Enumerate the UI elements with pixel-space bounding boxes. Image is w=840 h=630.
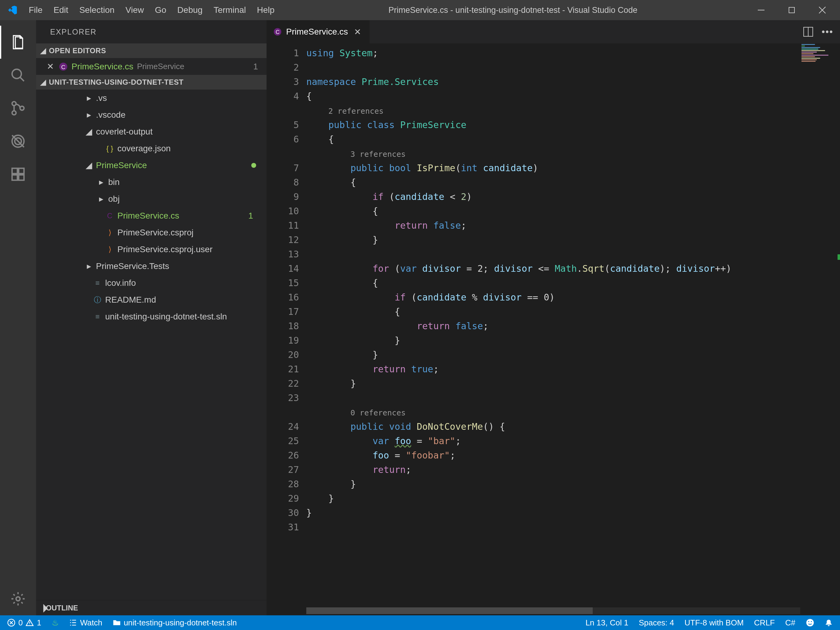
folder-PrimeService-Tests[interactable]: ▸PrimeService.Tests <box>36 258 267 275</box>
line-number: 22 <box>267 376 299 391</box>
code-text[interactable]: using System;namespace Prime.Services{ 2… <box>306 43 840 615</box>
svg-rect-10 <box>19 175 24 180</box>
file-PrimeService-cs[interactable]: CPrimeService.cs1 <box>36 207 267 224</box>
code-line: } <box>306 333 840 347</box>
activity-extensions[interactable] <box>0 158 36 191</box>
code-line: return false; <box>306 319 840 333</box>
code-line <box>306 247 840 261</box>
code-line: var foo = "bar"; <box>306 434 840 448</box>
status-eol[interactable]: CRLF <box>752 615 777 630</box>
folder--vscode[interactable]: ▸.vscode <box>36 106 267 123</box>
split-editor-icon[interactable] <box>802 25 815 38</box>
file-unit-testing-using-dotnet-test-sln[interactable]: ≡unit-testing-using-dotnet-test.sln <box>36 308 267 325</box>
svg-point-21 <box>806 619 814 627</box>
line-number: 1 <box>267 46 299 60</box>
code-line <box>306 520 840 534</box>
menu-edit[interactable]: Edit <box>48 0 74 20</box>
file-PrimeService-csproj-user[interactable]: ⟩PrimeService.csproj.user <box>36 241 267 258</box>
code-line: } <box>306 505 840 520</box>
svg-point-19 <box>830 30 833 33</box>
status-feedback[interactable] <box>804 615 816 630</box>
status-encoding[interactable]: UTF-8 with BOM <box>682 615 745 630</box>
code-line: public bool IsPrime(int candidate) <box>306 161 840 175</box>
close-button[interactable] <box>807 0 838 20</box>
folder-coverlet-output[interactable]: ◢coverlet-output <box>36 123 267 140</box>
workspace-header[interactable]: ◢ UNIT-TESTING-USING-DOTNET-TEST <box>36 75 267 90</box>
menu-selection[interactable]: Selection <box>74 0 120 20</box>
code-line: foo = "foobar"; <box>306 448 840 463</box>
xml-icon: ⟩ <box>105 228 114 237</box>
file-coverage-json[interactable]: { }coverage.json <box>36 140 267 157</box>
chevron-right-icon: ▸ <box>97 194 105 204</box>
workspace-label: UNIT-TESTING-USING-DOTNET-TEST <box>49 78 183 87</box>
menu-go[interactable]: Go <box>150 0 172 20</box>
tree-item-label: lcov.info <box>105 278 136 288</box>
chevron-right-icon: ▸ <box>85 110 93 120</box>
file-lcov-info[interactable]: ≡lcov.info <box>36 275 267 291</box>
overview-ruler[interactable] <box>834 43 840 615</box>
tab-primeservice[interactable]: C PrimeService.cs ✕ <box>267 20 370 43</box>
bell-icon <box>825 619 833 627</box>
activity-scm[interactable] <box>0 92 36 125</box>
activity-settings[interactable] <box>0 582 36 615</box>
activity-search[interactable] <box>0 59 36 92</box>
folder--vs[interactable]: ▸.vs <box>36 90 267 106</box>
line-number: 11 <box>267 218 299 233</box>
line-number: 26 <box>267 448 299 463</box>
status-solution[interactable]: unit-testing-using-dotnet-test.sln <box>111 615 239 630</box>
status-errors[interactable]: 0 1 <box>5 615 43 630</box>
tree-item-badge: 1 <box>248 211 253 221</box>
status-coverage[interactable]: ♨ <box>50 615 60 630</box>
svg-point-1 <box>12 69 21 79</box>
menu-view[interactable]: View <box>120 0 150 20</box>
menu-file[interactable]: File <box>23 0 48 20</box>
horizontal-scrollbar[interactable] <box>306 607 800 614</box>
status-notifications[interactable] <box>823 615 835 630</box>
close-icon[interactable]: ✕ <box>45 62 55 71</box>
more-actions-icon[interactable] <box>820 25 834 38</box>
line-number: 24 <box>267 419 299 434</box>
minimize-button[interactable] <box>746 0 777 20</box>
minimap[interactable] <box>800 43 834 104</box>
code-line: 0 references <box>306 405 840 419</box>
info-icon: ⓘ <box>93 295 102 305</box>
status-lncol[interactable]: Ln 13, Col 1 <box>584 615 630 630</box>
open-editors-header[interactable]: ◢ OPEN EDITORS <box>36 43 267 58</box>
folder-PrimeService[interactable]: ◢PrimeService <box>36 157 267 174</box>
window-title: PrimeService.cs - unit-testing-using-dot… <box>280 5 746 15</box>
open-editor-filename: PrimeService.cs <box>71 62 133 71</box>
maximize-button[interactable] <box>777 0 807 20</box>
tree-item-label: coverlet-output <box>96 127 153 137</box>
activity-explorer[interactable] <box>0 26 36 59</box>
tree-item-label: PrimeService <box>96 161 147 170</box>
json-icon: { } <box>105 144 114 153</box>
open-editors-label: OPEN EDITORS <box>49 46 106 55</box>
menu-debug[interactable]: Debug <box>172 0 208 20</box>
line-number: 13 <box>267 247 299 261</box>
chevron-down-icon: ◢ <box>85 126 93 137</box>
status-lang[interactable]: C# <box>783 615 797 630</box>
activity-debug[interactable] <box>0 125 36 158</box>
code-editor[interactable]: 1234567891011121314151617181920212223242… <box>267 43 840 615</box>
code-line <box>306 60 840 74</box>
menu-help[interactable]: Help <box>251 0 280 20</box>
open-editor-item[interactable]: ✕ C PrimeService.cs PrimeService 1 <box>36 58 267 75</box>
tree-item-label: bin <box>108 177 120 187</box>
scrollbar-thumb[interactable] <box>306 607 593 614</box>
outline-header[interactable]: ◢ OUTLINE <box>36 600 267 615</box>
tab-close-icon[interactable]: ✕ <box>352 27 363 37</box>
menu-terminal[interactable]: Terminal <box>208 0 251 20</box>
folder-obj[interactable]: ▸obj <box>36 190 267 207</box>
window-controls <box>746 0 838 20</box>
line-number: 29 <box>267 491 299 505</box>
folder-bin[interactable]: ▸bin <box>36 174 267 190</box>
code-line: 3 references <box>306 147 840 161</box>
file-README-md[interactable]: ⓘREADME.md <box>36 291 267 308</box>
tree-item-label: .vscode <box>96 110 126 120</box>
status-watch[interactable]: Watch <box>67 615 104 630</box>
status-spaces[interactable]: Spaces: 4 <box>637 615 676 630</box>
error-icon <box>7 619 15 627</box>
file-PrimeService-csproj[interactable]: ⟩PrimeService.csproj <box>36 224 267 241</box>
line-number: 25 <box>267 434 299 448</box>
text-icon: ≡ <box>93 312 102 321</box>
